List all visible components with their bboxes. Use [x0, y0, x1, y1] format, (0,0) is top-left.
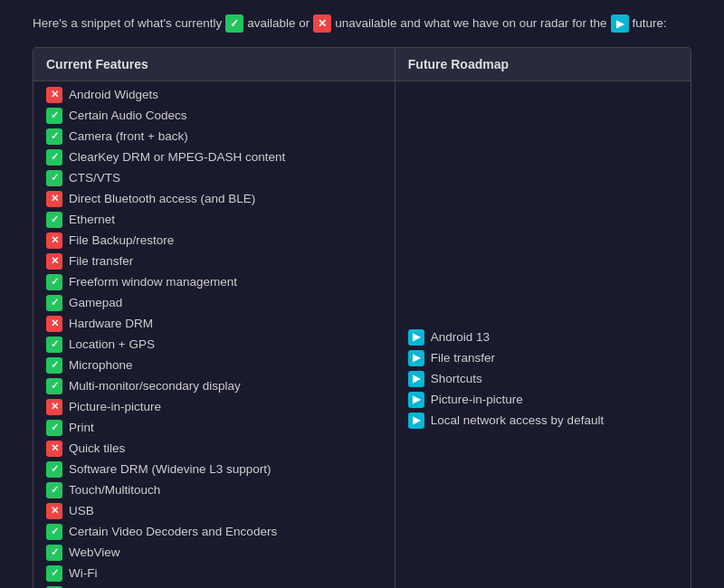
future-roadmap-header: Future Roadmap	[395, 48, 691, 81]
list-item: ✕Quick tiles	[46, 438, 382, 459]
feature-label: Ethernet	[69, 213, 115, 226]
cross-icon: ✕	[46, 503, 62, 519]
intro-paragraph: Here's a snippet of what's currently ✓ a…	[33, 14, 691, 33]
feature-label: CTS/VTS	[69, 171, 120, 185]
future-badge: ▶	[611, 14, 629, 33]
list-item: ▶Shortcuts	[408, 368, 678, 389]
cross-icon: ✕	[46, 191, 62, 207]
list-item: ✓Window orientation	[46, 583, 382, 588]
future-icon: ▶	[408, 329, 424, 346]
list-item: ✕USB	[46, 500, 382, 521]
future-feature-label: Android 13	[431, 330, 490, 344]
list-item: ▶Local network access by default	[408, 410, 678, 431]
future-feature-label: Local network access by default	[431, 413, 604, 427]
intro-future-label: future:	[633, 14, 667, 33]
check-icon: ✓	[46, 108, 62, 124]
list-item: ✓WebView	[46, 542, 382, 563]
list-item: ✕Direct Bluetooth access (and BLE)	[46, 188, 382, 209]
list-item: ✓CTS/VTS	[46, 167, 382, 188]
check-icon: ✓	[46, 274, 62, 290]
list-item: ✓Touch/Multitouch	[46, 479, 382, 500]
current-features-header: Current Features	[33, 48, 395, 81]
list-item: ▶File transfer	[408, 347, 678, 368]
future-feature-label: Shortcuts	[431, 372, 482, 385]
feature-label: ClearKey DRM or MPEG-DASH content	[69, 150, 285, 164]
check-icon: ✓	[46, 524, 62, 540]
feature-label: Gamepad	[69, 296, 122, 309]
intro-unavailable-label: unavailable and what we have on our rada…	[335, 14, 606, 33]
feature-label: Software DRM (Widevine L3 support)	[69, 462, 272, 476]
features-table-wrapper: Current Features Future Roadmap ✕Android…	[33, 47, 691, 588]
intro-text-before: Here's a snippet of what's currently	[33, 14, 222, 33]
list-item: ✓Microphone	[46, 355, 382, 375]
feature-label: File Backup/restore	[69, 233, 174, 247]
cross-icon: ✕	[46, 253, 62, 270]
future-icon: ▶	[408, 350, 424, 366]
check-icon: ✓	[46, 170, 62, 186]
check-icon: ✓	[46, 128, 62, 145]
feature-label: Certain Audio Codecs	[69, 109, 187, 122]
future-feature-label: Picture-in-picture	[431, 393, 523, 406]
feature-label: Print	[69, 421, 94, 434]
feature-label: Wi-Fi	[69, 566, 97, 580]
check-icon: ✓	[46, 357, 62, 374]
features-table: Current Features Future Roadmap ✕Android…	[33, 48, 691, 588]
list-item: ✓Software DRM (Widevine L3 support)	[46, 459, 382, 479]
future-icon: ▶	[408, 371, 424, 387]
feature-label: Touch/Multitouch	[69, 483, 160, 497]
check-icon: ✓	[46, 420, 62, 436]
cross-icon: ✕	[46, 441, 62, 457]
list-item: ✓Gamepad	[46, 292, 382, 313]
feature-label: Camera (front + back)	[69, 129, 188, 143]
list-item: ✕Android Widgets	[46, 84, 382, 105]
feature-label: Picture-in-picture	[69, 400, 161, 413]
list-item: ▶Android 13	[408, 327, 678, 347]
feature-label: Location + GPS	[69, 337, 155, 351]
list-item: ✓Certain Video Decoders and Encoders	[46, 521, 382, 542]
feature-label: Freeform window management	[69, 275, 237, 289]
check-icon: ✓	[46, 149, 62, 166]
list-item: ✓Ethernet	[46, 209, 382, 230]
feature-label: Certain Video Decoders and Encoders	[69, 525, 277, 538]
unavailable-badge: ✕	[313, 14, 331, 33]
list-item: ✓Freeform window management	[46, 271, 382, 292]
list-item: ✕File Backup/restore	[46, 230, 382, 251]
check-icon: ✓	[46, 378, 62, 394]
check-icon: ✓	[46, 295, 62, 311]
main-container: Here's a snippet of what's currently ✓ a…	[18, 0, 706, 588]
feature-label: Multi-monitor/secondary display	[69, 379, 241, 393]
cross-icon: ✕	[46, 316, 62, 332]
feature-label: Quick tiles	[69, 441, 125, 455]
cross-icon: ✕	[46, 399, 62, 415]
intro-available-label: available or	[247, 14, 310, 33]
check-icon: ✓	[46, 565, 62, 582]
feature-label: Hardware DRM	[69, 317, 153, 330]
cross-icon: ✕	[46, 232, 62, 249]
feature-label: USB	[69, 504, 94, 517]
list-item: ✓ClearKey DRM or MPEG-DASH content	[46, 147, 382, 167]
list-item: ▶Picture-in-picture	[408, 389, 678, 410]
list-item: ✓Location + GPS	[46, 334, 382, 355]
list-item: ✕Picture-in-picture	[46, 396, 382, 417]
feature-label: File transfer	[69, 254, 133, 268]
list-item: ✓Multi-monitor/secondary display	[46, 375, 382, 396]
cross-icon: ✕	[46, 87, 62, 103]
feature-label: Microphone	[69, 358, 133, 372]
future-feature-label: File transfer	[431, 351, 495, 365]
feature-label: WebView	[69, 545, 120, 559]
list-item: ✕File transfer	[46, 251, 382, 271]
list-item: ✓Print	[46, 417, 382, 438]
feature-label: Android Widgets	[69, 88, 158, 101]
check-icon: ✓	[46, 461, 62, 478]
check-icon: ✓	[46, 337, 62, 353]
future-icon: ▶	[408, 392, 424, 408]
check-icon: ✓	[46, 482, 62, 498]
list-item: ✕Hardware DRM	[46, 313, 382, 334]
check-icon: ✓	[46, 545, 62, 561]
future-icon: ▶	[408, 413, 424, 429]
list-item: ✓Camera (front + back)	[46, 126, 382, 147]
list-item: ✓Wi-Fi	[46, 563, 382, 583]
feature-label: Direct Bluetooth access (and BLE)	[69, 192, 255, 205]
check-icon: ✓	[46, 212, 62, 228]
available-badge: ✓	[225, 14, 243, 33]
